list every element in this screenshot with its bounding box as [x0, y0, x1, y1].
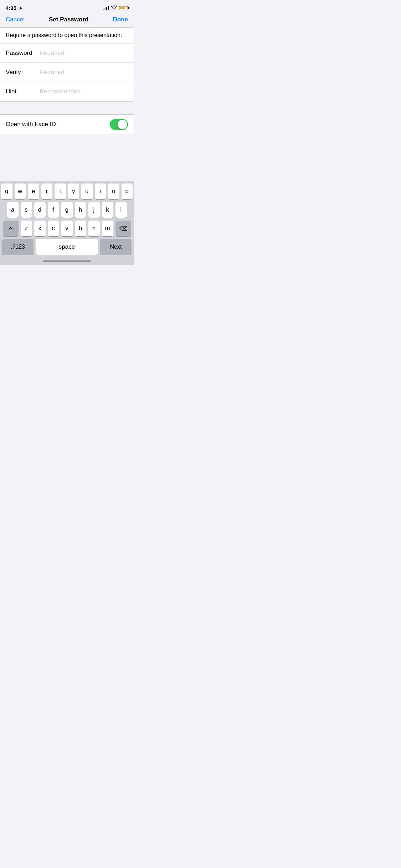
time-label: 4:35 [6, 5, 16, 11]
key-y[interactable]: y [68, 184, 79, 199]
verify-label: Verify [6, 69, 40, 76]
form-section: Password Verify Hint [0, 43, 134, 102]
key-c[interactable]: c [48, 221, 59, 236]
key-h[interactable]: h [75, 202, 86, 218]
key-k[interactable]: k [102, 202, 113, 218]
description-section: Require a password to open this presenta… [0, 28, 134, 43]
home-indicator [0, 258, 134, 265]
key-i[interactable]: i [95, 184, 106, 199]
key-d[interactable]: d [34, 202, 46, 218]
key-q[interactable]: q [1, 184, 12, 199]
key-f[interactable]: f [48, 202, 59, 218]
key-g[interactable]: g [61, 202, 73, 218]
key-w[interactable]: w [15, 184, 26, 199]
faceid-section: Open with Face ID [0, 114, 134, 134]
status-icons [103, 5, 128, 11]
nav-bar: Cancel Set Password Done [0, 13, 134, 28]
key-l[interactable]: l [115, 202, 127, 218]
keyboard: q w e r t y u i o p a s d f g h j k l z … [0, 181, 134, 258]
password-label: Password [6, 50, 40, 57]
keyboard-row-3: z x c v b n m [1, 221, 133, 236]
key-t[interactable]: t [55, 184, 66, 199]
key-n[interactable]: n [88, 221, 100, 236]
delete-key[interactable] [115, 221, 131, 236]
faceid-label: Open with Face ID [6, 121, 56, 128]
key-z[interactable]: z [21, 221, 32, 236]
key-u[interactable]: u [81, 184, 93, 199]
space-key[interactable]: space [36, 239, 98, 255]
signal-icon [103, 6, 109, 10]
empty-space [0, 134, 134, 181]
password-row: Password [0, 43, 134, 63]
key-x[interactable]: x [34, 221, 46, 236]
hint-row: Hint [0, 82, 134, 101]
wifi-icon [111, 5, 117, 11]
status-time: 4:35 ➤ [6, 5, 22, 11]
toggle-knob [118, 120, 127, 129]
battery-icon [119, 6, 128, 10]
verify-row: Verify [0, 63, 134, 82]
key-o[interactable]: o [108, 184, 119, 199]
home-bar [43, 260, 91, 262]
key-s[interactable]: s [21, 202, 32, 218]
faceid-row: Open with Face ID [0, 115, 134, 134]
keyboard-row-1: q w e r t y u i o p [1, 184, 133, 199]
page-title: Set Password [49, 16, 89, 23]
password-input[interactable] [40, 50, 128, 57]
key-e[interactable]: e [28, 184, 39, 199]
svg-point-0 [114, 9, 114, 10]
shift-key[interactable] [3, 221, 19, 236]
key-v[interactable]: v [61, 221, 73, 236]
keyboard-row-2: a s d f g h j k l [1, 202, 133, 218]
hint-input[interactable] [40, 88, 128, 95]
key-m[interactable]: m [102, 221, 113, 236]
keyboard-bottom-row: .?123 space Next [1, 239, 133, 255]
key-j[interactable]: j [88, 202, 100, 218]
key-a[interactable]: a [7, 202, 19, 218]
num-key[interactable]: .?123 [2, 239, 34, 255]
status-bar: 4:35 ➤ [0, 0, 134, 13]
location-icon: ➤ [19, 6, 22, 11]
key-p[interactable]: p [122, 184, 133, 199]
next-key[interactable]: Next [100, 239, 132, 255]
description-text: Require a password to open this presenta… [6, 32, 122, 38]
key-b[interactable]: b [75, 221, 86, 236]
key-r[interactable]: r [41, 184, 53, 199]
section-spacer [0, 102, 134, 114]
hint-label: Hint [6, 88, 40, 95]
cancel-button[interactable]: Cancel [6, 16, 25, 23]
faceid-toggle[interactable] [110, 119, 128, 130]
verify-input[interactable] [40, 69, 128, 76]
done-button[interactable]: Done [113, 16, 128, 23]
